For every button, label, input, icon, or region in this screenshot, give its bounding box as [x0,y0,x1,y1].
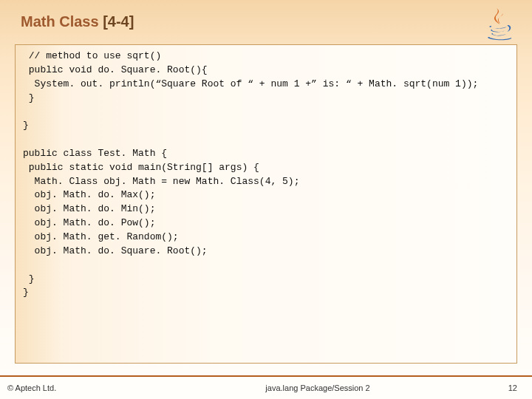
footer-breadcrumb: java.lang Package/Session 2 [148,383,488,392]
footer-copyright: © Aptech Ltd. [0,383,148,392]
slide-header: Math Class [4-4] [0,0,532,38]
title-bracket: [4-4] [103,13,134,30]
title-text: Math Class [21,13,103,30]
code-block: // method to use sqrt() public void do. … [15,44,517,364]
java-logo-icon [482,6,517,41]
code-content: // method to use sqrt() public void do. … [23,50,478,298]
slide-title: Math Class [4-4] [21,13,134,30]
slide-footer: © Aptech Ltd. java.lang Package/Session … [0,375,532,399]
footer-page-number: 12 [488,383,532,392]
